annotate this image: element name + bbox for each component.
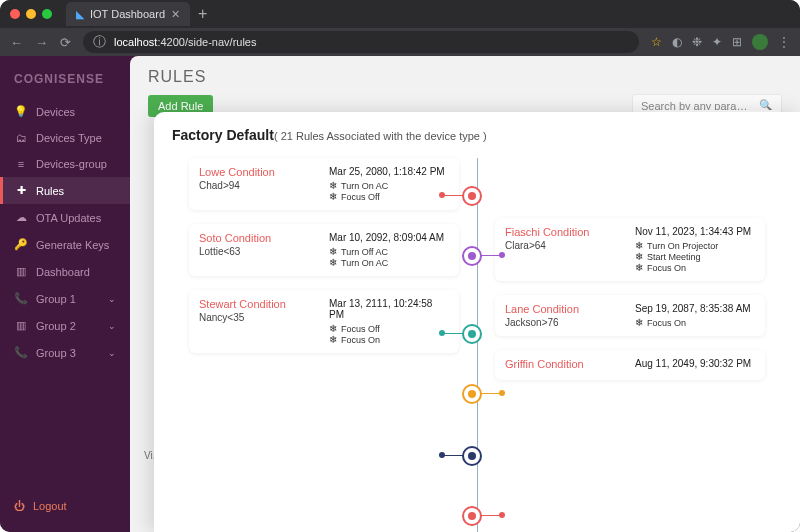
timeline: Lowe ConditionChad>94 Mar 25, 2080, 1:18… bbox=[172, 158, 782, 532]
new-tab-button[interactable]: + bbox=[198, 5, 207, 23]
modal-title: Factory Default bbox=[172, 127, 274, 143]
condition-name: Griffin Condition bbox=[505, 358, 625, 370]
nav-icon: 🔑 bbox=[14, 238, 28, 251]
back-icon[interactable]: ← bbox=[10, 35, 23, 50]
sidebar-item-group-2[interactable]: ▥Group 2⌄ bbox=[0, 312, 130, 339]
action-line: ❄Turn Off AC bbox=[329, 246, 449, 257]
chevron-down-icon: ⌄ bbox=[108, 348, 116, 358]
snowflake-icon: ❄ bbox=[329, 180, 337, 191]
url-input[interactable]: ⓘ localhost:4200/side-nav/rules bbox=[83, 31, 639, 53]
snowflake-icon: ❄ bbox=[635, 262, 643, 273]
minimize-dot[interactable] bbox=[26, 9, 36, 19]
nav-icon: ≡ bbox=[14, 158, 28, 170]
close-tab-icon[interactable]: ✕ bbox=[171, 8, 180, 21]
nav-icon: ✚ bbox=[14, 184, 28, 197]
extension-icon[interactable]: ✦ bbox=[712, 35, 722, 49]
condition-name: Lane Condition bbox=[505, 303, 625, 315]
timeline-node[interactable] bbox=[462, 186, 482, 206]
rule-card[interactable]: Lane ConditionJackson>76 Sep 19, 2087, 8… bbox=[495, 295, 765, 336]
extension-icon[interactable]: ❉ bbox=[692, 35, 702, 49]
maximize-dot[interactable] bbox=[42, 9, 52, 19]
logout-button[interactable]: ⏻ Logout bbox=[0, 490, 130, 522]
sidebar-item-group-3[interactable]: 📞Group 3⌄ bbox=[0, 339, 130, 366]
rule-timestamp: Mar 13, 2111, 10:24:58 PM bbox=[329, 298, 449, 320]
snowflake-icon: ❄ bbox=[329, 334, 337, 345]
nav-icon: 📞 bbox=[14, 346, 28, 359]
condition-name: Fiaschi Condition bbox=[505, 226, 625, 238]
brand-label: COGNISENSE bbox=[0, 66, 130, 98]
condition-expr: Chad>94 bbox=[199, 180, 319, 191]
sidebar-item-ota-updates[interactable]: ☁OTA Updates bbox=[0, 204, 130, 231]
action-line: ❄Focus Off bbox=[329, 191, 449, 202]
nav-label: Dashboard bbox=[36, 266, 90, 278]
action-line: ❄Focus Off bbox=[329, 323, 449, 334]
connector-dot bbox=[499, 390, 505, 396]
sidebar-item-dashboard[interactable]: ▥Dashboard bbox=[0, 258, 130, 285]
timeline-node[interactable] bbox=[462, 506, 482, 526]
sidebar-item-devices-group[interactable]: ≡Devices-group bbox=[0, 151, 130, 177]
window-controls bbox=[10, 9, 52, 19]
action-line: ❄Start Meeting bbox=[635, 251, 755, 262]
site-info-icon[interactable]: ⓘ bbox=[93, 33, 106, 51]
forward-icon[interactable]: → bbox=[35, 35, 48, 50]
nav-label: Rules bbox=[36, 185, 64, 197]
snowflake-icon: ❄ bbox=[635, 317, 643, 328]
condition-name: Lowe Condition bbox=[199, 166, 319, 178]
close-dot[interactable] bbox=[10, 9, 20, 19]
tab-favicon: ◣ bbox=[76, 8, 84, 21]
action-line: ❄Focus On bbox=[635, 262, 755, 273]
app-root: COGNISENSE 💡Devices🗂Devices Type≡Devices… bbox=[0, 56, 800, 532]
rule-card[interactable]: Fiaschi ConditionClara>64 Nov 11, 2023, … bbox=[495, 218, 765, 281]
rule-card[interactable]: Stewart ConditionNancy<35 Mar 13, 2111, … bbox=[189, 290, 459, 353]
condition-expr: Nancy<35 bbox=[199, 312, 319, 323]
connector-dot bbox=[439, 330, 445, 336]
rules-modal: Factory Default( 21 Rules Associated wit… bbox=[154, 112, 800, 532]
nav-label: OTA Updates bbox=[36, 212, 101, 224]
action-line: ❄Focus On bbox=[329, 334, 449, 345]
extensions-icon[interactable]: ⊞ bbox=[732, 35, 742, 49]
page-title: RULES bbox=[148, 68, 782, 86]
browser-urlbar: ← → ⟳ ⓘ localhost:4200/side-nav/rules ☆ … bbox=[0, 28, 800, 56]
modal-subtitle: ( 21 Rules Associated with the device ty… bbox=[274, 130, 487, 142]
snowflake-icon: ❄ bbox=[329, 257, 337, 268]
timeline-node[interactable] bbox=[462, 446, 482, 466]
reload-icon[interactable]: ⟳ bbox=[60, 35, 71, 50]
sidebar-item-devices-type[interactable]: 🗂Devices Type bbox=[0, 125, 130, 151]
nav-label: Devices-group bbox=[36, 158, 107, 170]
timeline-node[interactable] bbox=[462, 384, 482, 404]
url-text: localhost:4200/side-nav/rules bbox=[114, 36, 257, 48]
action-line: ❄Turn On AC bbox=[329, 257, 449, 268]
bookmark-icon[interactable]: ☆ bbox=[651, 35, 662, 49]
nav-icon: ☁ bbox=[14, 211, 28, 224]
sidebar: COGNISENSE 💡Devices🗂Devices Type≡Devices… bbox=[0, 56, 130, 532]
rule-card[interactable]: Soto ConditionLottie<63 Mar 10, 2092, 8:… bbox=[189, 224, 459, 276]
nav-icon: 💡 bbox=[14, 105, 28, 118]
main-panel: RULES Add Rule Search by any parameter 🔍… bbox=[130, 56, 800, 532]
browser-tabbar: ◣ IOT Dashboard ✕ + bbox=[0, 0, 800, 28]
connector-dot bbox=[439, 192, 445, 198]
extension-icon[interactable]: ◐ bbox=[672, 35, 682, 49]
sidebar-item-group-1[interactable]: 📞Group 1⌄ bbox=[0, 285, 130, 312]
menu-icon[interactable]: ⋮ bbox=[778, 35, 790, 49]
sidebar-item-devices[interactable]: 💡Devices bbox=[0, 98, 130, 125]
condition-expr: Clara>64 bbox=[505, 240, 625, 251]
rule-card[interactable]: Griffin Condition Aug 11, 2049, 9:30:32 … bbox=[495, 350, 765, 380]
profile-avatar[interactable] bbox=[752, 34, 768, 50]
snowflake-icon: ❄ bbox=[635, 240, 643, 251]
timeline-node[interactable] bbox=[462, 324, 482, 344]
timeline-node[interactable] bbox=[462, 246, 482, 266]
timeline-right-col: Fiaschi ConditionClara>64 Nov 11, 2023, … bbox=[477, 158, 782, 532]
rule-timestamp: Sep 19, 2087, 8:35:38 AM bbox=[635, 303, 755, 314]
condition-name: Soto Condition bbox=[199, 232, 319, 244]
sidebar-item-generate-keys[interactable]: 🔑Generate Keys bbox=[0, 231, 130, 258]
chevron-down-icon: ⌄ bbox=[108, 321, 116, 331]
nav-label: Group 1 bbox=[36, 293, 76, 305]
browser-actions: ☆ ◐ ❉ ✦ ⊞ ⋮ bbox=[651, 34, 790, 50]
browser-tab[interactable]: ◣ IOT Dashboard ✕ bbox=[66, 2, 190, 26]
action-line: ❄Turn On AC bbox=[329, 180, 449, 191]
nav-icon: 🗂 bbox=[14, 132, 28, 144]
rule-timestamp: Nov 11, 2023, 1:34:43 PM bbox=[635, 226, 755, 237]
nav-label: Devices bbox=[36, 106, 75, 118]
rule-card[interactable]: Lowe ConditionChad>94 Mar 25, 2080, 1:18… bbox=[189, 158, 459, 210]
sidebar-item-rules[interactable]: ✚Rules bbox=[0, 177, 130, 204]
